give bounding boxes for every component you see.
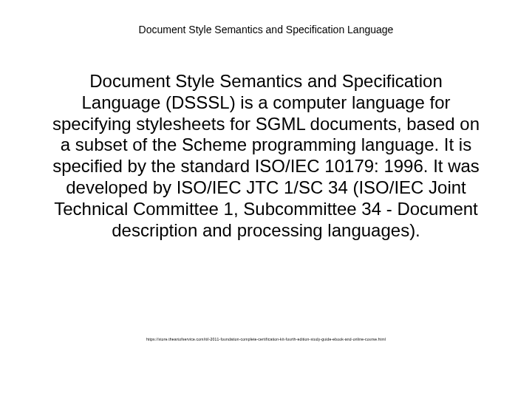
main-paragraph: Document Style Semantics and Specificati… [49, 71, 483, 241]
footer-source-url: https://store.theartofservice.com/itil-2… [0, 337, 532, 341]
page-header-title: Document Style Semantics and Specificati… [0, 24, 532, 35]
